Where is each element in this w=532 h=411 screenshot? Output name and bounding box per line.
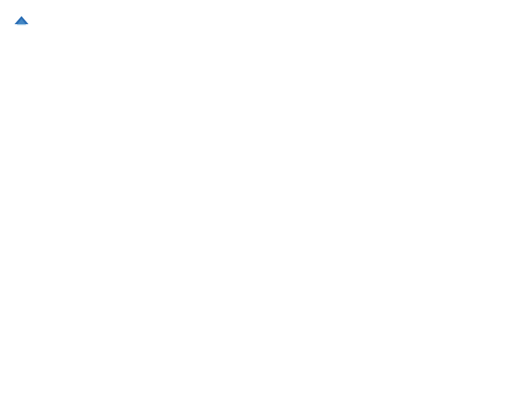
logo <box>13 13 32 30</box>
logo-icon <box>13 13 30 30</box>
page-header <box>13 13 519 30</box>
